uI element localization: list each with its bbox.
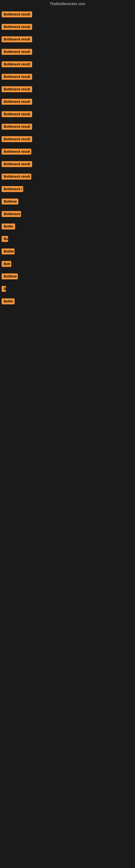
badge-row-6: Bottleneck result: [1, 71, 135, 84]
bottleneck-badge-13[interactable]: Bottleneck result: [2, 161, 32, 167]
bottleneck-badge-6[interactable]: Bottleneck result: [2, 74, 32, 80]
bottleneck-badge-10[interactable]: Bottleneck result: [2, 124, 32, 130]
bottleneck-badge-21[interactable]: Bott: [2, 261, 11, 267]
bottleneck-badge-23[interactable]: B: [2, 286, 6, 292]
badge-row-23: B: [1, 283, 135, 296]
badge-row-21: Bott: [1, 258, 135, 271]
bottleneck-badge-1[interactable]: Bottleneck result: [2, 11, 32, 18]
bottleneck-badge-9[interactable]: Bottleneck result: [2, 111, 32, 117]
badge-row-15: Bottleneck r: [1, 183, 135, 196]
badge-row-8: Bottleneck result: [1, 96, 135, 108]
badge-row-7: Bottleneck result: [1, 84, 135, 96]
bottleneck-badge-11[interactable]: Bottleneck result: [2, 136, 32, 142]
badge-row-13: Bottleneck result: [1, 158, 135, 171]
badge-row-17: Bottleneck: [1, 208, 135, 221]
badge-row-14: Bottleneck result: [1, 171, 135, 183]
badge-row-19: Bo: [1, 233, 135, 246]
badge-row-20: Bottler: [1, 246, 135, 258]
badge-row-3: Bottleneck result: [1, 34, 135, 46]
bottleneck-badge-20[interactable]: Bottler: [2, 248, 14, 254]
bottleneck-badge-14[interactable]: Bottleneck result: [2, 174, 31, 180]
badge-row-24: Bottle: [1, 296, 135, 308]
bottleneck-badge-22[interactable]: Bottlene: [2, 273, 18, 279]
bottleneck-badge-7[interactable]: Bottleneck result: [2, 86, 32, 92]
bottleneck-badge-18[interactable]: Bottle: [2, 223, 15, 229]
bottleneck-badge-19[interactable]: Bo: [2, 236, 8, 242]
bottleneck-badge-4[interactable]: Bottleneck result: [2, 49, 32, 55]
bottleneck-badge-17[interactable]: Bottleneck: [2, 211, 21, 217]
badge-row-11: Bottleneck result: [1, 133, 135, 146]
badges-container: Bottleneck resultBottleneck resultBottle…: [0, 9, 135, 308]
badge-row-12: Bottleneck result: [1, 146, 135, 158]
bottleneck-badge-16[interactable]: Bottlene: [2, 198, 18, 205]
badge-row-4: Bottleneck result: [1, 46, 135, 59]
badge-row-1: Bottleneck result: [1, 9, 135, 21]
site-title: TheBottlenecker.com: [0, 0, 135, 9]
badge-row-10: Bottleneck result: [1, 121, 135, 133]
bottleneck-badge-8[interactable]: Bottleneck result: [2, 99, 32, 105]
bottleneck-badge-15[interactable]: Bottleneck r: [2, 186, 23, 192]
badge-row-5: Bottleneck result: [1, 59, 135, 71]
badge-row-16: Bottlene: [1, 196, 135, 208]
bottleneck-badge-5[interactable]: Bottleneck result: [2, 61, 32, 67]
bottleneck-badge-3[interactable]: Bottleneck result: [2, 36, 32, 42]
badge-row-2: Bottleneck result: [1, 21, 135, 34]
bottleneck-badge-24[interactable]: Bottle: [2, 299, 14, 304]
badge-row-9: Bottleneck result: [1, 108, 135, 121]
bottleneck-badge-12[interactable]: Bottleneck result: [2, 149, 31, 155]
badge-row-22: Bottlene: [1, 271, 135, 283]
badge-row-18: Bottle: [1, 221, 135, 233]
bottleneck-badge-2[interactable]: Bottleneck result: [2, 24, 32, 30]
